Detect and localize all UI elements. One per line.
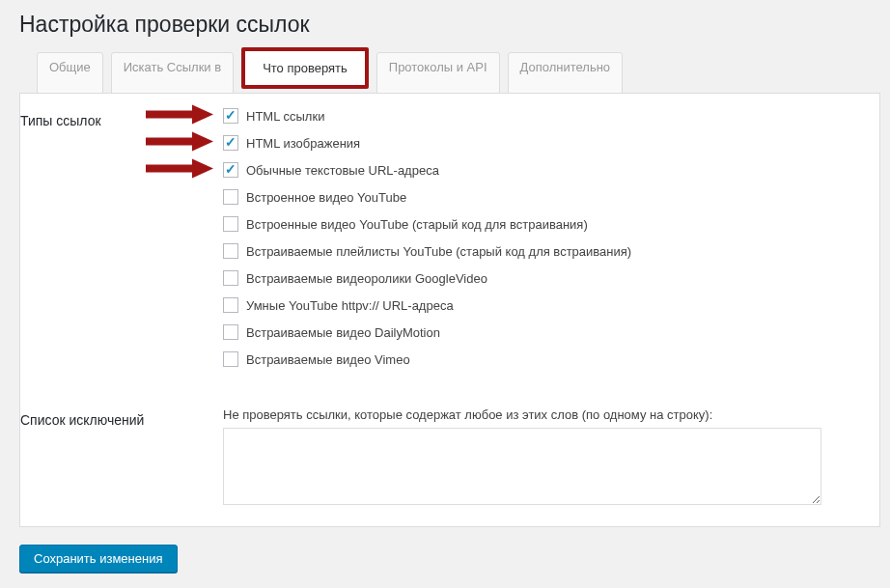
label-html-links[interactable]: HTML ссылки	[246, 109, 324, 124]
row-yt-playlist-old: Встраиваемые плейлисты YouTube (старый к…	[223, 243, 870, 259]
checkbox-vimeo[interactable]	[223, 351, 238, 367]
tab-what-check[interactable]: Что проверять	[241, 47, 369, 89]
label-yt-smart[interactable]: Умные YouTube httpv:// URL-адреса	[246, 298, 454, 313]
checkbox-googlevideo[interactable]	[223, 270, 238, 286]
row-googlevideo: Встраиваемые видеоролики GoogleVideo	[223, 270, 870, 286]
checkbox-yt-smart[interactable]	[223, 297, 238, 313]
checkbox-yt-embedded[interactable]	[223, 189, 238, 205]
label-yt-embedded[interactable]: Встроенное видео YouTube	[246, 190, 406, 205]
row-plain-url: Обычные текстовые URL-адреса	[223, 162, 870, 178]
row-html-links: HTML ссылки	[223, 108, 870, 124]
checkbox-html-images[interactable]	[223, 135, 238, 151]
submit-wrap: Сохранить изменения	[0, 527, 890, 588]
exclusion-description: Не проверять ссылки, которые содержат лю…	[223, 407, 870, 422]
checkbox-plain-url[interactable]	[223, 162, 238, 178]
tabs: Общие Искать Ссылки в Что проверять Прот…	[37, 51, 871, 93]
save-button[interactable]: Сохранить изменения	[19, 545, 178, 573]
row-html-images: HTML изображения	[223, 135, 870, 151]
label-yt-playlist-old[interactable]: Встраиваемые плейлисты YouTube (старый к…	[246, 244, 631, 259]
section-link-types: Типы ссылок	[20, 94, 213, 393]
tab-advanced[interactable]: Дополнительно	[508, 52, 624, 94]
exclusion-textarea[interactable]	[223, 428, 821, 505]
label-googlevideo[interactable]: Встраиваемые видеоролики GoogleVideo	[246, 271, 487, 286]
row-vimeo: Встраиваемые видео Vimeo	[223, 351, 870, 367]
row-yt-smart: Умные YouTube httpv:// URL-адреса	[223, 297, 870, 313]
row-dailymotion: Встраиваемые видео DailyMotion	[223, 324, 870, 340]
label-vimeo[interactable]: Встраиваемые видео Vimeo	[246, 352, 410, 367]
page-title: Настройка проверки ссылок	[0, 0, 890, 42]
tab-protocols[interactable]: Протоколы и API	[376, 52, 500, 94]
label-dailymotion[interactable]: Встраиваемые видео DailyMotion	[246, 325, 440, 340]
checkbox-yt-embedded-old[interactable]	[223, 216, 238, 232]
row-yt-embedded: Встроенное видео YouTube	[223, 189, 870, 205]
form-table: Типы ссылок HTML ссылки HTML изображения	[20, 94, 879, 522]
tab-general[interactable]: Общие	[37, 52, 103, 94]
settings-panel: Типы ссылок HTML ссылки HTML изображения	[19, 93, 880, 527]
row-yt-embedded-old: Встроенные видео YouTube (старый код для…	[223, 216, 870, 232]
label-yt-embedded-old[interactable]: Встроенные видео YouTube (старый код для…	[246, 217, 588, 232]
tab-search-links[interactable]: Искать Ссылки в	[111, 52, 234, 94]
checkbox-yt-playlist-old[interactable]	[223, 243, 238, 259]
checkbox-dailymotion[interactable]	[223, 324, 238, 340]
label-html-images[interactable]: HTML изображения	[246, 136, 360, 151]
label-plain-url[interactable]: Обычные текстовые URL-адреса	[246, 163, 439, 178]
section-exclusions: Список исключений	[20, 393, 213, 522]
checkbox-html-links[interactable]	[223, 108, 238, 124]
tabs-wrapper: Общие Искать Ссылки в Что проверять Прот…	[0, 51, 890, 93]
